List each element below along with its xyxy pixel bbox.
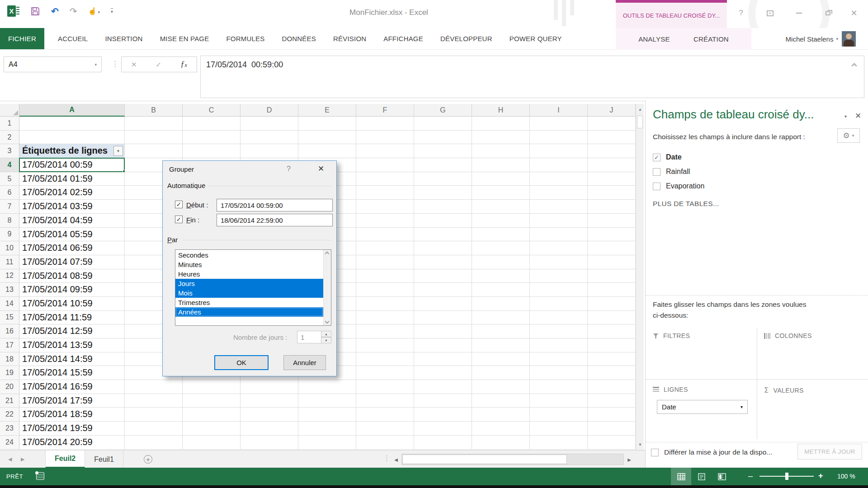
cell-J4[interactable] [588,158,636,172]
cell-F20[interactable] [356,380,414,394]
cell-A9[interactable]: 17/05/2014 05:59 [19,228,125,242]
cell-H9[interactable] [472,228,530,242]
pane-close-icon[interactable]: ✕ [855,111,861,121]
cell-D3[interactable] [241,144,298,158]
list-item-mois[interactable]: Mois [175,288,323,298]
page-layout-view-icon[interactable] [691,468,712,485]
cell-E23[interactable] [298,422,356,436]
collapse-formula-bar-icon[interactable] [852,61,858,65]
debut-input[interactable]: 17/05/2014 00:59:00 [217,199,333,211]
cell-G6[interactable] [414,186,472,200]
tools-button[interactable]: ⚙ ▾ [837,128,860,143]
confirm-entry-icon[interactable]: ✓ [156,61,162,69]
redo-icon[interactable]: ↷ [70,6,77,17]
cell-A11[interactable]: 17/05/2014 07:59 [19,255,125,269]
cell-B21[interactable] [125,394,183,408]
cell-A21[interactable]: 17/05/2014 17:59 [19,394,125,408]
cell-E1[interactable] [298,117,356,131]
list-item-trimestres[interactable]: Trimestres [175,298,323,307]
sheet-tab-feuil2[interactable]: Feuil2 [46,450,85,468]
cell-J13[interactable] [588,283,636,297]
help-icon[interactable]: ? [735,7,747,19]
cell-I7[interactable] [530,200,588,214]
row-header-16[interactable]: 16 [0,324,19,338]
cell-B20[interactable] [125,380,183,394]
cell-J12[interactable] [588,269,636,283]
cell-E24[interactable] [298,436,356,450]
checkbox-evaporation[interactable] [653,183,660,190]
cell-F7[interactable] [356,200,414,214]
cell-I24[interactable] [530,436,588,450]
cell-J22[interactable] [588,408,636,422]
spin-down-icon[interactable]: ▼ [321,337,331,343]
cell-I5[interactable] [530,172,588,186]
cell-G23[interactable] [414,422,472,436]
cell-H6[interactable] [472,186,530,200]
cell-A18[interactable]: 17/05/2014 14:59 [19,352,125,366]
filter-dropdown-button[interactable]: ▾ [113,146,123,156]
ribbon-display-options-icon[interactable]: ▴ [764,7,776,19]
sheet-tab-feuil1[interactable]: Feuil1 [85,450,123,468]
cell-F5[interactable] [356,172,414,186]
cell-J11[interactable] [588,255,636,269]
checkbox-date[interactable]: ✓ [653,154,660,161]
ok-button[interactable]: OK [214,355,269,370]
dialog-close-icon[interactable]: ✕ [318,164,324,174]
cell-A2[interactable] [19,131,125,145]
cell-G21[interactable] [414,394,472,408]
cell-H22[interactable] [472,408,530,422]
normal-view-icon[interactable] [671,468,691,485]
cell-I1[interactable] [530,117,588,131]
cell-F16[interactable] [356,324,414,338]
cell-A16[interactable]: 17/05/2014 12:59 [19,324,125,338]
cell-F19[interactable] [356,366,414,380]
row-header-18[interactable]: 18 [0,352,19,366]
cell-F1[interactable] [356,117,414,131]
save-icon[interactable] [30,6,40,16]
zone-rows[interactable]: LIGNES [653,386,688,393]
cell-H11[interactable] [472,255,530,269]
cell-J7[interactable] [588,200,636,214]
cell-I8[interactable] [530,214,588,228]
touch-mode-icon[interactable]: ☝▾ [88,7,100,15]
cell-I18[interactable] [530,352,588,366]
cell-F11[interactable] [356,255,414,269]
row-header-17[interactable]: 17 [0,338,19,352]
rows-field-chip[interactable]: Date ▾ [657,400,748,414]
cell-I21[interactable] [530,394,588,408]
cell-F15[interactable] [356,311,414,325]
vertical-scrollbar[interactable]: ▲ ▼ [636,104,644,450]
cell-A23[interactable]: 17/05/2014 19:59 [19,422,125,436]
cell-G20[interactable] [414,380,472,394]
chevron-down-icon[interactable]: ▾ [94,62,97,67]
cell-H24[interactable] [472,436,530,450]
restore-icon[interactable] [822,7,834,19]
cell-I2[interactable] [530,131,588,145]
zoom-in-icon[interactable]: + [818,471,823,481]
row-header-4[interactable]: 4 [0,158,19,172]
cell-G10[interactable] [414,241,472,255]
row-header-2[interactable]: 2 [0,131,19,145]
scroll-left-icon[interactable]: ◀ [392,454,401,465]
cell-A20[interactable]: 17/05/2014 16:59 [19,380,125,394]
cell-H17[interactable] [472,338,530,352]
cell-I20[interactable] [530,380,588,394]
more-tables-link[interactable]: PLUS DE TABLES... [653,200,719,208]
cell-E20[interactable] [298,380,356,394]
checkbox-rainfall[interactable] [653,168,660,176]
select-all-corner[interactable] [0,104,19,117]
cell-E22[interactable] [298,408,356,422]
account-menu[interactable]: Michel Staelens ▾ [786,28,838,50]
cell-I10[interactable] [530,241,588,255]
cell-I13[interactable] [530,283,588,297]
list-scrollbar[interactable] [323,250,331,325]
cell-H13[interactable] [472,283,530,297]
close-icon[interactable]: ✕ [848,7,860,19]
row-header-7[interactable]: 7 [0,200,19,214]
cancel-button[interactable]: Annuler [283,355,326,370]
row-header-23[interactable]: 23 [0,422,19,436]
sheet-nav-left-icon[interactable]: ◀ [8,450,12,468]
tab-splitter-grip[interactable]: ⋮ [383,454,390,462]
cell-A12[interactable]: 17/05/2014 08:59 [19,269,125,283]
fin-input[interactable]: 18/06/2014 22:59:00 [217,214,333,226]
